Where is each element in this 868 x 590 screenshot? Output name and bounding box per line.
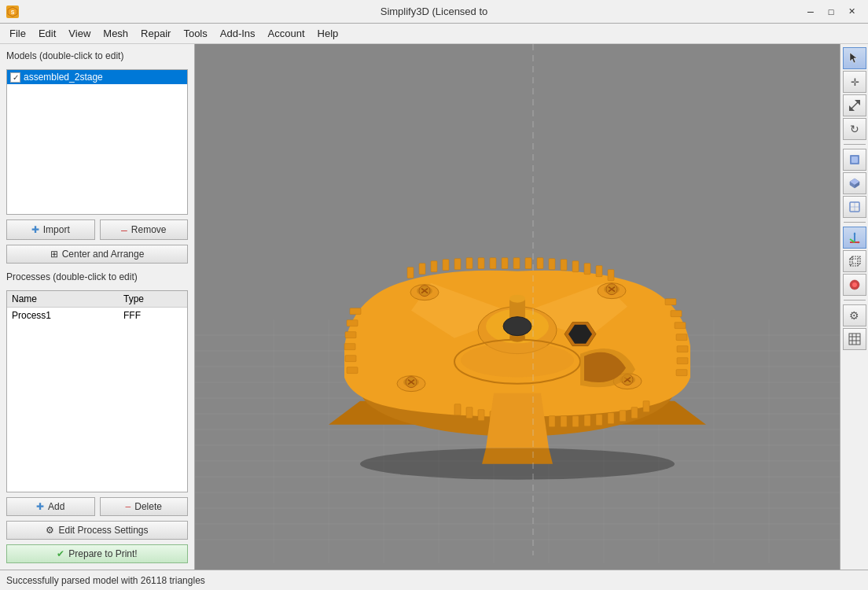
import-button[interactable]: ✚ Import — [6, 219, 95, 240]
minimize-button[interactable]: ─ — [800, 4, 821, 20]
menu-mesh[interactable]: Mesh — [97, 25, 134, 42]
settings-tool-icon: ⚙ — [849, 309, 859, 322]
svg-rect-40 — [525, 258, 531, 269]
model-buttons: ✚ Import – Remove — [6, 219, 188, 240]
move-icon: ✛ — [848, 76, 861, 88]
delete-label: Delete — [134, 501, 162, 512]
window-title: Simplify3D (Licensed to — [381, 6, 488, 17]
svg-rect-51 — [676, 334, 687, 341]
menu-help[interactable]: Help — [311, 25, 345, 42]
front-view-button[interactable] — [843, 149, 866, 171]
model-item[interactable]: ✓ assembled_2stage — [7, 70, 187, 84]
svg-rect-61 — [572, 416, 579, 427]
select-tool-button[interactable] — [843, 47, 866, 69]
settings-tool-button[interactable]: ⚙ — [843, 304, 866, 326]
import-icon: ✚ — [31, 224, 39, 235]
grid-tool-button[interactable] — [843, 328, 866, 350]
add-process-button[interactable]: ✚ Add — [6, 497, 95, 516]
svg-marker-113 — [850, 53, 857, 63]
add-label: Add — [48, 501, 64, 512]
arrange-icon: ⊞ — [50, 249, 58, 260]
svg-rect-36 — [478, 258, 484, 269]
model-color-button[interactable] — [843, 274, 866, 296]
menu-account[interactable]: Account — [262, 25, 311, 42]
col-type-header: Type — [119, 291, 187, 308]
move-tool-button[interactable]: ✛ — [843, 71, 866, 93]
bbox-icon — [848, 255, 861, 267]
col-name-header: Name — [7, 291, 119, 308]
process-type: FFF — [119, 308, 187, 324]
svg-text:✛: ✛ — [851, 76, 859, 88]
menu-repair[interactable]: Repair — [134, 25, 177, 42]
model-color-icon — [848, 278, 861, 291]
svg-rect-58 — [608, 413, 614, 424]
svg-text:S: S — [11, 9, 15, 15]
scale-tool-button[interactable] — [843, 94, 866, 116]
center-arrange-button[interactable]: ⊞ Center and Arrange — [6, 245, 188, 264]
menu-addins[interactable]: Add-Ins — [214, 25, 262, 42]
settings-icon: ⚙ — [46, 525, 54, 536]
process-row[interactable]: Process1 FFF — [7, 308, 187, 324]
axes-icon — [848, 231, 861, 244]
svg-rect-53 — [677, 358, 688, 364]
models-list[interactable]: ✓ assembled_2stage — [6, 69, 188, 215]
svg-rect-49 — [671, 311, 682, 317]
model-checkbox[interactable]: ✓ — [10, 72, 20, 83]
toolbar-separator-1 — [844, 144, 866, 145]
edit-process-label: Edit Process Settings — [58, 525, 148, 536]
processes-section-label: Processes (double-click to edit) — [6, 271, 188, 282]
bbox-button[interactable] — [843, 250, 866, 272]
svg-rect-43 — [561, 260, 567, 271]
svg-point-83 — [503, 317, 531, 336]
svg-rect-73 — [345, 356, 356, 362]
svg-rect-35 — [466, 258, 473, 269]
rotate-tool-button[interactable]: ↻ — [843, 118, 866, 140]
menu-file[interactable]: File — [3, 25, 32, 42]
svg-rect-34 — [454, 259, 461, 270]
iso-view-button[interactable] — [843, 172, 866, 194]
svg-rect-50 — [675, 323, 686, 329]
remove-label: Remove — [131, 224, 167, 235]
edit-process-button[interactable]: ⚙ Edit Process Settings — [6, 521, 188, 540]
svg-rect-48 — [665, 299, 676, 305]
main-layout: Models (double-click to edit) ✓ assemble… — [0, 44, 868, 570]
app-icon: S — [6, 6, 19, 18]
maximize-button[interactable]: □ — [821, 4, 841, 20]
processes-list[interactable]: Name Type Process1 FFF — [6, 290, 188, 492]
prepare-label: Prepare to Print! — [68, 548, 137, 559]
svg-rect-41 — [537, 258, 543, 269]
menu-tools[interactable]: Tools — [177, 25, 213, 42]
models-section-label: Models (double-click to edit) — [6, 50, 188, 61]
processes-table: Name Type Process1 FFF — [7, 291, 187, 323]
svg-rect-74 — [344, 344, 355, 350]
svg-rect-44 — [572, 261, 579, 272]
svg-rect-72 — [347, 367, 358, 374]
prepare-print-button[interactable]: ✔ Prepare to Print! — [6, 544, 188, 563]
menu-edit[interactable]: Edit — [32, 25, 62, 42]
svg-rect-54 — [676, 370, 687, 376]
svg-rect-45 — [584, 264, 590, 275]
svg-point-140 — [852, 282, 857, 287]
svg-rect-57 — [620, 411, 626, 422]
svg-rect-145 — [849, 334, 860, 345]
svg-marker-132 — [858, 242, 860, 244]
iso-view-icon — [848, 177, 861, 190]
svg-rect-71 — [454, 404, 461, 415]
svg-rect-69 — [478, 410, 484, 421]
svg-rect-47 — [608, 270, 614, 281]
viewport[interactable] — [195, 44, 840, 570]
left-panel: Models (double-click to edit) ✓ assemble… — [0, 44, 195, 570]
delete-process-button[interactable]: – Delete — [100, 497, 189, 516]
menu-view[interactable]: View — [62, 25, 97, 42]
top-view-button[interactable] — [843, 196, 866, 218]
remove-button[interactable]: – Remove — [100, 219, 189, 240]
axes-button[interactable] — [843, 227, 866, 249]
svg-rect-55 — [643, 401, 649, 412]
svg-rect-63 — [549, 416, 555, 427]
svg-rect-60 — [584, 415, 590, 426]
window-controls: ─ □ ✕ — [800, 4, 862, 20]
svg-rect-52 — [677, 346, 688, 352]
process-name: Process1 — [7, 308, 119, 324]
close-button[interactable]: ✕ — [841, 4, 862, 20]
svg-rect-59 — [596, 415, 602, 426]
